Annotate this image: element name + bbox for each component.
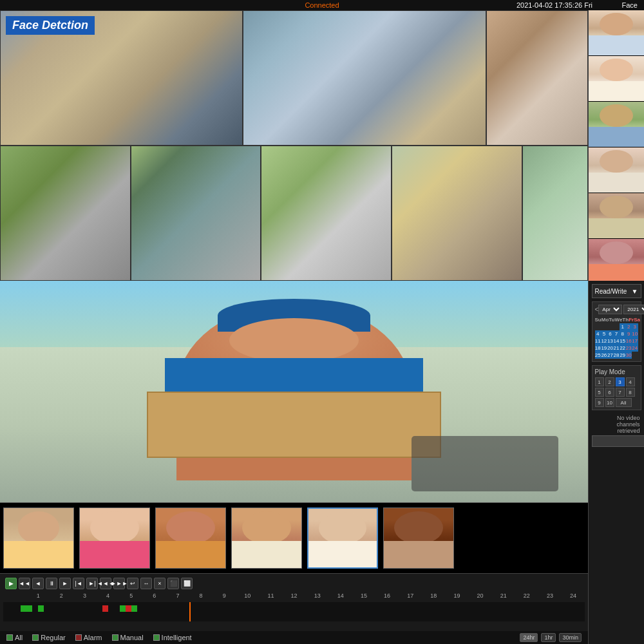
video-cell-2[interactable] <box>243 10 486 146</box>
video-cell-8[interactable] <box>522 146 588 281</box>
face-thumbnail-5[interactable] <box>307 507 378 569</box>
prev-frame-button[interactable]: |◄ <box>73 578 84 589</box>
calendar-month-select[interactable]: Apr <box>598 305 622 314</box>
cal-cell-11[interactable]: 11 <box>595 337 601 345</box>
cal-cell-1[interactable]: 1 <box>620 323 626 330</box>
cal-cell-13[interactable]: 13 <box>607 337 614 345</box>
scale-24hr[interactable]: 24hr <box>520 633 538 642</box>
cal-cell-17[interactable]: 17 <box>632 337 638 345</box>
pm-btn-9[interactable]: 9 <box>595 398 604 407</box>
cal-cell-29[interactable]: 29 <box>620 352 626 359</box>
cal-cell-20[interactable]: 20 <box>607 345 614 352</box>
face-list-item-4[interactable] <box>589 147 645 193</box>
cal-cell-4[interactable]: 4 <box>595 330 601 337</box>
cal-cell-14[interactable]: 14 <box>613 337 620 345</box>
cal-cell-23[interactable]: 23 <box>625 345 632 352</box>
cal-cell-3[interactable]: 3 <box>632 323 638 330</box>
timeline-num-1: 1 <box>26 592 50 602</box>
read-write-dropdown[interactable]: Read/Write ▼ <box>592 284 641 298</box>
cal-cell-5[interactable]: 5 <box>601 330 607 337</box>
face-list-item-6[interactable] <box>589 239 645 281</box>
filter-intelligent[interactable]: Intelligent <box>153 634 192 641</box>
cal-cell-25[interactable]: 25 <box>595 352 601 359</box>
stop-button[interactable]: × <box>154 578 166 589</box>
next-frame-button[interactable]: ►| <box>86 578 98 589</box>
timeline[interactable]: 1 2 3 4 5 6 7 8 9 10 11 12 13 14 15 16 1 <box>0 592 588 631</box>
face-thumbnail-3[interactable] <box>155 507 226 569</box>
cal-cell-10[interactable]: 10 <box>632 330 638 337</box>
pm-btn-1[interactable]: 1 <box>595 377 604 386</box>
face-list-item-1[interactable] <box>589 10 645 55</box>
step-back-button[interactable]: ◄ <box>32 578 44 589</box>
pm-btn-4[interactable]: 4 <box>626 377 635 386</box>
pm-btn-3[interactable]: 3 <box>616 377 625 386</box>
cal-cell-6[interactable]: 6 <box>607 330 614 337</box>
video-cell-5[interactable] <box>131 146 261 281</box>
cal-cell-22[interactable]: 22 <box>620 345 626 352</box>
pm-btn-all[interactable]: All <box>616 398 632 407</box>
pm-btn-6[interactable]: 6 <box>605 388 614 397</box>
window-button[interactable]: ⬜ <box>181 578 193 589</box>
video-cell-4[interactable] <box>0 146 131 281</box>
cal-cell-18[interactable]: 18 <box>595 345 601 352</box>
play-mode-section: Play Mode 1 2 3 4 5 6 7 8 9 10 All <box>592 365 641 410</box>
filter-alarm[interactable]: Alarm <box>75 634 102 641</box>
face-thumbnail-1[interactable] <box>3 507 74 569</box>
filter-intelligent-checkbox[interactable] <box>153 634 160 641</box>
stretch-button[interactable]: ↔ <box>140 578 152 589</box>
top-video-grid: Face Detction <box>0 10 588 281</box>
fast-fwd-button[interactable]: ►►► <box>113 578 125 589</box>
face-list-item-2[interactable] <box>589 56 645 101</box>
cal-cell-28[interactable]: 28 <box>613 352 620 359</box>
cal-cell-8[interactable]: 8 <box>620 330 626 337</box>
filter-all[interactable]: All <box>6 634 23 641</box>
fast-rev-button[interactable]: ◄◄◄ <box>100 578 111 589</box>
cal-cell-7[interactable]: 7 <box>613 330 620 337</box>
fullscreen-button[interactable]: ⬛ <box>167 578 179 589</box>
filter-manual[interactable]: Manual <box>112 634 144 641</box>
pm-btn-2[interactable]: 2 <box>605 377 614 386</box>
cal-cell-15[interactable]: 15 <box>620 337 626 345</box>
pm-btn-5[interactable]: 5 <box>595 388 604 397</box>
scale-1hr[interactable]: 1hr <box>541 633 556 642</box>
face-thumbnail-4[interactable] <box>231 507 302 569</box>
play-button[interactable]: ▶ <box>5 578 17 589</box>
face-thumbnail-2[interactable] <box>79 507 150 569</box>
step-fwd-button[interactable]: ► <box>59 578 71 589</box>
cal-cell-21[interactable]: 21 <box>613 345 620 352</box>
timeline-segments[interactable] <box>3 602 585 621</box>
cal-cell-27[interactable]: 27 <box>607 352 614 359</box>
face-list-item-3[interactable] <box>589 102 645 147</box>
cal-cell-16[interactable]: 16 <box>625 337 632 345</box>
timeline-num-13: 13 <box>306 592 329 602</box>
cal-cell-12[interactable]: 12 <box>601 337 607 345</box>
filter-regular[interactable]: Regular <box>32 634 66 641</box>
face-list-item-5[interactable] <box>589 193 645 238</box>
filter-intelligent-label: Intelligent <box>162 634 192 641</box>
filter-alarm-checkbox[interactable] <box>75 634 82 641</box>
main-video-area[interactable] <box>0 281 588 502</box>
video-cell-3[interactable] <box>486 10 588 146</box>
video-cell-7[interactable] <box>392 146 522 281</box>
calendar-year-select[interactable]: 2021 <box>623 305 644 314</box>
search-input[interactable] <box>592 435 645 447</box>
cal-cell-24[interactable]: 24 <box>632 345 638 352</box>
pm-btn-10[interactable]: 10 <box>605 398 614 407</box>
loop-button[interactable]: ↩ <box>127 578 138 589</box>
scale-30min[interactable]: 30min <box>559 633 582 642</box>
face-thumbnail-6[interactable] <box>383 507 454 569</box>
filter-manual-checkbox[interactable] <box>112 634 118 641</box>
video-cell-1[interactable]: Face Detction <box>0 10 243 146</box>
filter-regular-checkbox[interactable] <box>32 634 39 641</box>
cal-cell-2[interactable]: 2 <box>625 323 632 330</box>
cal-cell-30[interactable]: 30 <box>625 352 632 359</box>
cal-cell-26[interactable]: 26 <box>601 352 607 359</box>
cal-cell-19[interactable]: 19 <box>601 345 607 352</box>
pm-btn-8[interactable]: 8 <box>626 388 635 397</box>
cal-cell-9[interactable]: 9 <box>625 330 632 337</box>
video-cell-6[interactable] <box>261 146 392 281</box>
pm-btn-7[interactable]: 7 <box>616 388 625 397</box>
pause-button[interactable]: ⏸ <box>46 578 57 589</box>
prev-button[interactable]: ◄◄ <box>19 578 30 589</box>
filter-all-checkbox[interactable] <box>6 634 13 641</box>
